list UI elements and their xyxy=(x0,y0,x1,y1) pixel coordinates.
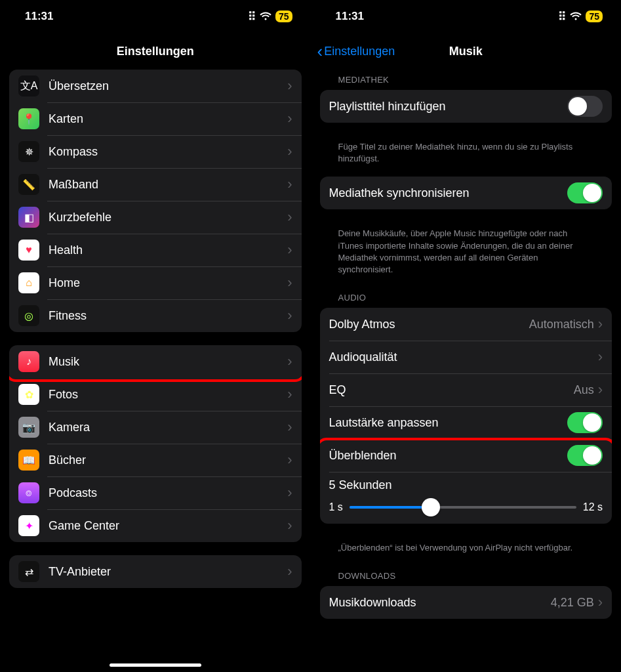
section-header-mediathek: Mediathek xyxy=(320,70,612,90)
row-label: Kompass xyxy=(49,145,287,159)
row-label: Home xyxy=(49,276,287,290)
group-audio: Dolby Atmos Automatisch › Audioqualität … xyxy=(320,308,612,524)
row-volume-adjust[interactable]: Lautstärke anpassen xyxy=(320,406,612,439)
settings-screen: 11:31 ⠿ 75 Einstellungen 文AÜbersetzen›📍K… xyxy=(0,0,311,672)
row-crossfade[interactable]: Überblenden xyxy=(320,439,612,472)
footer-sync: Deine Musikkäufe, über Apple Music hinzu… xyxy=(320,222,612,287)
health-icon: ♥ xyxy=(18,240,39,261)
chevron-right-icon: › xyxy=(287,242,292,259)
fitness-icon: ◎ xyxy=(18,305,39,326)
settings-content[interactable]: 文AÜbersetzen›📍Karten›✵Kompass›📏Maßband›◧… xyxy=(0,70,311,627)
section-header-downloads: Downloads xyxy=(320,566,612,586)
slider-min: 1 s xyxy=(329,501,343,513)
crossfade-value: 5 Sekunden xyxy=(329,478,603,492)
books-icon: 📖 xyxy=(18,450,39,471)
row-label: Bücher xyxy=(49,453,287,467)
chevron-right-icon: › xyxy=(287,386,292,403)
settings-group-2: ♪Musik›✿Fotos›📷Kamera›📖Bücher›⌾Podcasts›… xyxy=(9,345,302,542)
chevron-right-icon: › xyxy=(287,176,292,193)
status-icons: ⠿ 75 xyxy=(558,10,603,24)
crossfade-slider[interactable] xyxy=(350,506,576,509)
row-audio-quality[interactable]: Audioqualität › xyxy=(320,341,612,373)
settings-row-music[interactable]: ♪Musik› xyxy=(9,345,302,378)
cellular-icon: ⠿ xyxy=(558,10,566,24)
row-value: 4,21 GB xyxy=(551,596,594,610)
chevron-right-icon: › xyxy=(287,452,292,469)
settings-row-maps[interactable]: 📍Karten› xyxy=(9,102,302,135)
row-sync-library[interactable]: Mediathek synchronisieren xyxy=(320,177,612,209)
status-time: 11:31 xyxy=(336,10,364,23)
settings-row-tv[interactable]: ⇄TV-Anbieter› xyxy=(9,555,302,588)
settings-row-fitness[interactable]: ◎Fitness› xyxy=(9,299,302,332)
battery-level: 75 xyxy=(275,10,292,22)
settings-row-shortcuts[interactable]: ◧Kurzbefehle› xyxy=(9,201,302,234)
row-label: Mediathek synchronisieren xyxy=(329,186,568,200)
settings-row-camera[interactable]: 📷Kamera› xyxy=(9,411,302,444)
settings-row-gamecenter[interactable]: ✦Game Center› xyxy=(9,509,302,542)
row-label: Podcasts xyxy=(49,486,287,500)
settings-row-podcasts[interactable]: ⌾Podcasts› xyxy=(9,476,302,509)
row-label: Game Center xyxy=(49,519,287,533)
settings-group-1: 文AÜbersetzen›📍Karten›✵Kompass›📏Maßband›◧… xyxy=(9,70,302,332)
toggle-volume-adjust[interactable] xyxy=(567,412,603,433)
status-bar: 11:31 ⠿ 75 xyxy=(0,0,311,33)
group-playlist: Playlisttitel hinzufügen xyxy=(320,90,612,123)
chevron-right-icon: › xyxy=(287,419,292,436)
toggle-playlist-add[interactable] xyxy=(567,96,603,117)
settings-row-compass[interactable]: ✵Kompass› xyxy=(9,135,302,168)
row-eq[interactable]: EQ Aus › xyxy=(320,373,612,406)
music-settings-screen: 11:31 ⠿ 75 ‹ Einstellungen Musik Mediath… xyxy=(311,0,622,672)
chevron-right-icon: › xyxy=(287,110,292,127)
page-title: Einstellungen xyxy=(117,45,194,58)
nav-bar: ‹ Einstellungen Musik xyxy=(311,33,622,70)
home-indicator[interactable] xyxy=(110,663,201,667)
toggle-crossfade[interactable] xyxy=(567,445,603,466)
settings-row-photos[interactable]: ✿Fotos› xyxy=(9,378,302,411)
chevron-right-icon: › xyxy=(287,517,292,534)
translate-icon: 文A xyxy=(18,75,39,96)
tv-icon: ⇄ xyxy=(18,561,39,582)
chevron-right-icon: › xyxy=(287,484,292,501)
settings-group-3: ⇄TV-Anbieter› xyxy=(9,555,302,588)
chevron-left-icon: ‹ xyxy=(317,41,323,62)
chevron-right-icon: › xyxy=(287,307,292,324)
row-label: Maßband xyxy=(49,178,287,192)
back-label: Einstellungen xyxy=(324,45,395,58)
chevron-right-icon: › xyxy=(287,143,292,160)
music-content[interactable]: Mediathek Playlisttitel hinzufügen Füge … xyxy=(311,70,622,658)
back-button[interactable]: ‹ Einstellungen xyxy=(317,41,395,62)
row-dolby-atmos[interactable]: Dolby Atmos Automatisch › xyxy=(320,308,612,341)
row-value: Aus xyxy=(574,383,594,397)
row-label: Fitness xyxy=(49,309,287,323)
footer-crossfade: „Überblenden“ ist bei Verwendung von Air… xyxy=(320,537,612,566)
row-label: Musikdownloads xyxy=(329,596,551,610)
podcasts-icon: ⌾ xyxy=(18,482,39,503)
row-label: Playlisttitel hinzufügen xyxy=(329,100,568,114)
cellular-icon: ⠿ xyxy=(248,10,256,24)
chevron-right-icon: › xyxy=(598,594,603,611)
row-label: Kamera xyxy=(49,421,287,434)
group-sync: Mediathek synchronisieren xyxy=(320,177,612,209)
settings-row-translate[interactable]: 文AÜbersetzen› xyxy=(9,70,302,102)
maps-icon: 📍 xyxy=(18,108,39,129)
row-playlist-add[interactable]: Playlisttitel hinzufügen xyxy=(320,90,612,123)
footer-playlist: Füge Titel zu deiner Mediathek hinzu, we… xyxy=(320,136,612,177)
row-label: Überblenden xyxy=(329,449,568,463)
settings-row-books[interactable]: 📖Bücher› xyxy=(9,444,302,476)
home-icon: ⌂ xyxy=(18,272,39,293)
gamecenter-icon: ✦ xyxy=(18,515,39,536)
row-label: Lautstärke anpassen xyxy=(329,416,568,430)
status-icons: ⠿ 75 xyxy=(248,10,292,24)
row-label: Health xyxy=(49,243,287,257)
row-music-downloads[interactable]: Musikdownloads 4,21 GB › xyxy=(320,586,612,619)
row-label: Dolby Atmos xyxy=(329,318,529,331)
settings-row-measure[interactable]: 📏Maßband› xyxy=(9,168,302,201)
row-label: Musik xyxy=(49,355,287,369)
toggle-sync-library[interactable] xyxy=(567,182,603,203)
chevron-right-icon: › xyxy=(598,348,603,366)
settings-row-home[interactable]: ⌂Home› xyxy=(9,266,302,299)
page-title: Musik xyxy=(449,45,483,58)
chevron-right-icon: › xyxy=(287,353,292,370)
row-label: Fotos xyxy=(49,388,287,402)
settings-row-health[interactable]: ♥Health› xyxy=(9,234,302,266)
